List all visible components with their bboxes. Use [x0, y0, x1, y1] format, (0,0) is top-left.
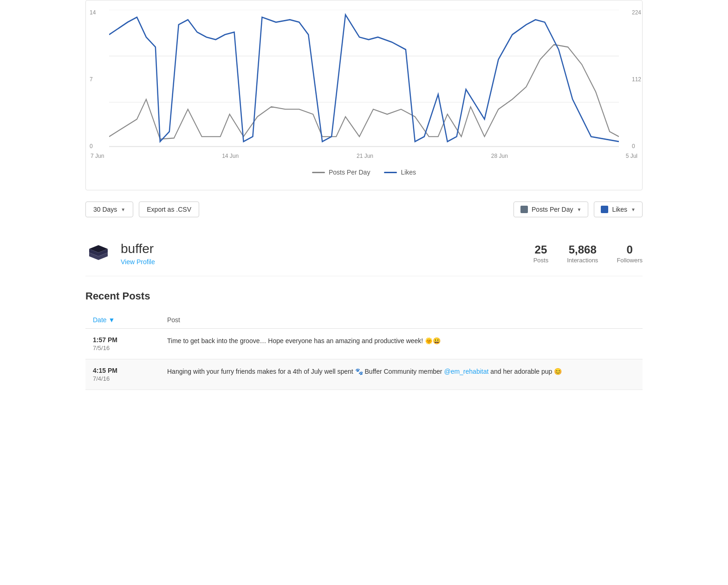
post-datetime-cell: 4:15 PM 7/4/16: [85, 359, 160, 390]
recent-posts-section: Recent Posts Date ▼ Post 1:57 PM 7/5/16 …: [85, 290, 643, 390]
post-text: Hanging with your furry friends makes fo…: [167, 368, 562, 375]
export-csv-button[interactable]: Export as .CSV: [139, 202, 199, 217]
y-label-bottom-left: 0: [90, 143, 96, 149]
legend-posts-label: Posts Per Day: [329, 169, 370, 176]
stat-posts: 25 Posts: [533, 243, 549, 264]
legend-posts-line: [312, 172, 325, 173]
export-csv-label: Export as .CSV: [147, 206, 191, 213]
days-dropdown-label: 30 Days: [93, 206, 117, 213]
stat-posts-count: 25: [533, 243, 549, 256]
x-label-1: 7 Jun: [91, 153, 104, 159]
date-column-header[interactable]: Date ▼: [85, 312, 160, 329]
controls-bar: 30 Days ▼ Export as .CSV Posts Per Day ▼…: [85, 202, 643, 217]
chart-area: 14 7 0 224 112 0: [109, 10, 619, 149]
profile-logo: [85, 240, 111, 266]
posts-per-day-series-button[interactable]: Posts Per Day ▼: [514, 202, 588, 217]
y-axis-right: 224 112 0: [632, 10, 641, 149]
y-label-bottom-right: 0: [632, 143, 641, 149]
controls-left: 30 Days ▼ Export as .CSV: [85, 202, 199, 217]
profile-name: buffer: [121, 241, 533, 256]
stat-interactions: 5,868 Interactions: [567, 243, 598, 264]
controls-right: Posts Per Day ▼ Likes ▼: [514, 202, 643, 217]
post-time: 4:15 PM: [93, 367, 152, 374]
likes-series-dropdown-arrow-icon: ▼: [631, 207, 636, 212]
y-label-top-right: 224: [632, 10, 641, 15]
buffer-logo-icon: [87, 242, 110, 265]
post-time: 1:57 PM: [93, 336, 152, 344]
post-text-cell: Hanging with your furry friends makes fo…: [160, 359, 643, 390]
view-profile-link[interactable]: View Profile: [121, 258, 155, 266]
x-label-4: 28 Jun: [491, 153, 508, 159]
profile-stats: 25 Posts 5,868 Interactions 0 Followers: [533, 243, 643, 264]
table-row: 1:57 PM 7/5/16 Time to get back into the…: [85, 329, 643, 359]
days-dropdown-button[interactable]: 30 Days ▼: [85, 202, 133, 217]
stat-followers-label: Followers: [617, 257, 643, 264]
post-date: 7/5/16: [93, 344, 152, 351]
stat-followers: 0 Followers: [617, 243, 643, 264]
post-text-cell: Time to get back into the groove… Hope e…: [160, 329, 643, 359]
x-label-2: 14 Jun: [222, 153, 239, 159]
legend-likes-label: Likes: [401, 169, 416, 176]
likes-series-label: Likes: [612, 206, 627, 213]
stat-followers-count: 0: [617, 243, 643, 256]
post-text: Time to get back into the groove… Hope e…: [167, 337, 441, 344]
y-label-top-left: 14: [90, 10, 96, 15]
chart-container: 14 7 0 224 112 0: [85, 0, 643, 190]
posts-per-day-series-label: Posts Per Day: [532, 206, 573, 213]
table-row: 4:15 PM 7/4/16 Hanging with your furry f…: [85, 359, 643, 390]
post-date: 7/4/16: [93, 375, 152, 382]
section-title: Recent Posts: [85, 290, 643, 302]
legend-likes-line: [384, 172, 397, 173]
post-datetime-cell: 1:57 PM 7/5/16: [85, 329, 160, 359]
profile-info: buffer View Profile: [121, 241, 533, 266]
x-axis: 7 Jun 14 Jun 21 Jun 28 Jun 5 Jul: [91, 149, 637, 159]
table-header-row: Date ▼ Post: [85, 312, 643, 329]
y-label-mid-right: 112: [632, 77, 641, 82]
posts-series-color-swatch: [520, 206, 528, 213]
stat-interactions-label: Interactions: [567, 257, 598, 264]
post-mention-link[interactable]: @em_rehabitat: [444, 368, 488, 375]
days-dropdown-arrow-icon: ▼: [121, 207, 125, 212]
y-label-mid-left: 7: [90, 77, 96, 82]
likes-series-button[interactable]: Likes ▼: [594, 202, 643, 217]
x-label-5: 5 Jul: [626, 153, 637, 159]
chart-legend: Posts Per Day Likes: [91, 169, 637, 176]
legend-posts: Posts Per Day: [312, 169, 370, 176]
posts-table: Date ▼ Post 1:57 PM 7/5/16 Time to get b…: [85, 312, 643, 390]
legend-likes: Likes: [384, 169, 416, 176]
posts-series-dropdown-arrow-icon: ▼: [577, 207, 582, 212]
stat-interactions-count: 5,868: [567, 243, 598, 256]
y-axis-left: 14 7 0: [90, 10, 96, 149]
chart-svg: [109, 10, 619, 149]
stat-posts-label: Posts: [533, 257, 549, 264]
x-label-3: 21 Jun: [357, 153, 373, 159]
post-column-header: Post: [160, 312, 643, 329]
profile-section: buffer View Profile 25 Posts 5,868 Inter…: [85, 231, 643, 276]
likes-series-color-swatch: [601, 206, 608, 213]
